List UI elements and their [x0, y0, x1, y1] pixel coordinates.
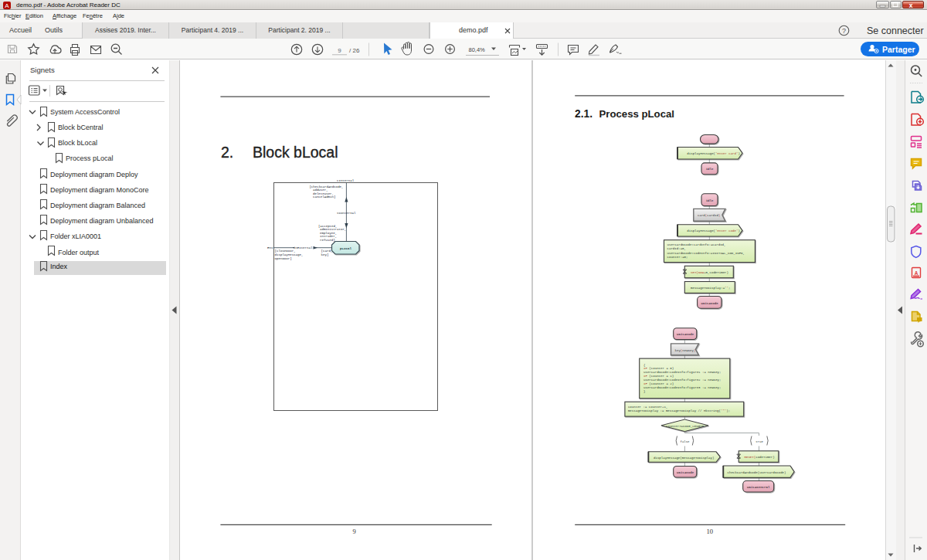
svg-text:displayMessage(messageToDispla: displayMessage(messageToDisplay) — [654, 456, 714, 460]
svg-text:cInternal: cInternal — [337, 179, 355, 182]
svg-text:userCardNCode!codeInfo!figure3: userCardNCode!codeInfo!figure3 := newKey… — [643, 386, 722, 389]
svg-text:80,4%: 80,4% — [469, 46, 486, 53]
svg-text:false: false — [681, 440, 691, 443]
svg-text:wait4Code: wait4Code — [701, 302, 719, 305]
svg-text:2.: 2. — [221, 144, 233, 161]
svg-text:userCardNCode!codeInfo!figure2: userCardNCode!codeInfo!figure2 := newKey… — [643, 378, 722, 382]
svg-text:wait4Central: wait4Central — [747, 486, 770, 489]
svg-text:SET(NOW+5,codeTimer): SET(NOW+5,codeTimer) — [691, 271, 728, 274]
svg-text:true: true — [756, 440, 763, 443]
svg-text:cancelAdmin]: cancelAdmin] — [313, 195, 335, 199]
svg-text:9: 9 — [353, 528, 356, 535]
svg-text:2.1.: 2.1. — [575, 108, 593, 120]
svg-text:[accepted,: [accepted, — [318, 225, 338, 228]
svg-text:wait4Code: wait4Code — [677, 333, 694, 336]
svg-text:}: } — [643, 390, 645, 393]
svg-text:10: 10 — [707, 528, 714, 535]
svg-text:key(newKey): key(newKey) — [675, 349, 696, 352]
svg-text:[closeDoor,: [closeDoor, — [275, 249, 296, 253]
svg-text:userCardNCode!cardInfo:=cardId: userCardNCode!cardInfo:=cardId, — [667, 243, 726, 246]
svg-text:Partager: Partager — [882, 45, 915, 54]
svg-text:toInternal: toInternal — [337, 212, 356, 215]
svg-text:openDoor]: openDoor] — [275, 257, 292, 260]
svg-text:Env: Env — [267, 246, 273, 249]
svg-text:[checkCardAndCode,: [checkCardAndCode, — [309, 185, 343, 188]
svg-text:displayMessage,: displayMessage, — [275, 253, 304, 256]
svg-text:/ 26: / 26 — [349, 47, 360, 54]
svg-text:userCardNCode!codeInfo!figure1: userCardNCode!codeInfo!figure1 := newKey… — [643, 371, 722, 374]
svg-text:Block bLocal: Block bLocal — [253, 144, 338, 161]
svg-text:x: x — [909, 2, 913, 9]
svg-text:refused]: refused] — [320, 239, 335, 242]
svg-text:IF (counter = 2): IF (counter = 2) — [643, 382, 674, 385]
svg-text:employee,: employee, — [320, 232, 337, 235]
svg-text:A: A — [915, 270, 919, 276]
svg-text:cardId:=0,: cardId:=0, — [667, 247, 687, 250]
svg-text:RESET(codeTimer): RESET(codeTimer) — [745, 456, 775, 459]
svg-text:wait4Code: wait4Code — [677, 471, 694, 474]
svg-text:idle: idle — [706, 168, 714, 171]
svg-text:checkCardAndCode(userCardNCode: checkCardAndCode(userCardNCode) — [728, 471, 786, 474]
svg-text:intruder,: intruder, — [320, 235, 337, 238]
svg-text:displayMessage('Enter code'): displayMessage('Enter code') — [687, 229, 740, 232]
svg-text:key]: key] — [321, 253, 328, 256]
svg-text:Process pLocal: Process pLocal — [599, 108, 674, 120]
svg-text:card(cardId): card(cardId) — [698, 214, 720, 217]
svg-text:IF (counter = 1): IF (counter = 1) — [643, 375, 674, 378]
svg-text:administrator,: administrator, — [320, 228, 346, 231]
svg-text:messageToDisplay := messageToD: messageToDisplay := messageToDisplay // … — [628, 409, 730, 412]
svg-text:idle: idle — [706, 199, 714, 202]
svg-text:displayMessage('Enter card'): displayMessage('Enter card') — [687, 152, 740, 155]
svg-text:A: A — [5, 2, 9, 9]
svg-text:pLocal: pLocal — [340, 247, 352, 250]
svg-text:nExternal: nExternal — [295, 246, 313, 249]
svg-text:[card,: [card, — [321, 249, 332, 253]
svg-text:counter:=0;: counter:=0; — [667, 256, 688, 259]
svg-text:IF (counter = 0): IF (counter = 0) — [643, 367, 674, 370]
svg-text:messageToDisplay:='';: messageToDisplay:=''; — [691, 287, 731, 290]
svg-text:addUser,: addUser, — [313, 188, 328, 192]
svg-text:?: ? — [842, 27, 846, 35]
svg-text:counter>=CODE_LENGTH: counter>=CODE_LENGTH — [666, 425, 705, 428]
svg-text:userCardNCode!codeInfo:=INITIA: userCardNCode!codeInfo:=INITIAL_COD_INFO… — [667, 252, 745, 255]
svg-text:9: 9 — [338, 47, 341, 54]
svg-text:counter := counter+1,: counter := counter+1, — [628, 406, 668, 409]
svg-text:deleteUser,: deleteUser, — [313, 192, 334, 195]
